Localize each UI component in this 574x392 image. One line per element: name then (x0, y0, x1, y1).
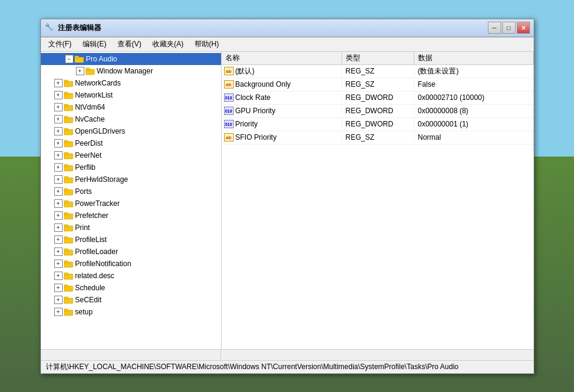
value-row[interactable]: ab(默认)REG_SZ(数值未设置) (222, 65, 534, 78)
value-type-cell: REG_SZ (342, 80, 414, 89)
tree-item-label: Pro Audio (86, 55, 117, 63)
tree-expand-icon[interactable]: + (54, 211, 63, 220)
folder-icon (64, 296, 73, 304)
tree-expand-icon[interactable]: + (54, 247, 63, 256)
menu-item[interactable]: 编辑(E) (78, 38, 111, 51)
tree-item[interactable]: +Prefetcher (41, 210, 221, 222)
tree-item[interactable]: +ProfileNotification (41, 258, 221, 270)
tree-item[interactable]: +NetworkList (41, 89, 221, 101)
tree-item[interactable]: +setup (41, 306, 221, 318)
tree-expand-icon[interactable]: + (54, 260, 63, 268)
tree-item[interactable]: +NtVdm64 (41, 101, 221, 113)
tree-expand-icon[interactable]: + (54, 127, 63, 135)
tree-expand-icon[interactable]: + (54, 199, 63, 208)
tree-item[interactable]: +ProfileLoader (41, 246, 221, 258)
tree-item-label: PowerTracker (75, 199, 120, 208)
value-name-cell: abBackground Only (222, 80, 342, 89)
tree-item-label: NetworkList (75, 91, 113, 99)
menu-item[interactable]: 文件(F) (43, 38, 76, 51)
values-pane[interactable]: 名称 类型 数据 ab(默认)REG_SZ(数值未设置)abBackground… (222, 52, 534, 349)
menu-item[interactable]: 收藏夹(A) (148, 38, 189, 51)
tree-item[interactable]: +Window Manager (41, 65, 221, 77)
folder-icon (64, 199, 73, 208)
tree-expand-icon[interactable]: + (54, 235, 63, 244)
folder-icon (64, 260, 73, 268)
tree-item[interactable]: +OpenGLDrivers (41, 125, 221, 137)
tree-item[interactable]: +SeCEdit (41, 294, 221, 306)
tree-expand-icon[interactable]: + (54, 296, 63, 304)
tree-expand-icon[interactable]: + (54, 175, 63, 184)
value-name-text: Background Only (236, 80, 291, 89)
maximize-button[interactable]: □ (502, 22, 516, 34)
minimize-button[interactable]: ─ (488, 22, 501, 34)
svg-rect-35 (64, 261, 68, 263)
value-name-cell: 010Priority (222, 120, 342, 128)
value-row[interactable]: 010GPU PriorityREG_DWORD0x00000008 (8) (222, 105, 534, 118)
ab-icon: ab (224, 133, 234, 142)
tree-item[interactable]: +Schedule (41, 282, 221, 294)
col-header-data[interactable]: 数据 (414, 52, 534, 64)
tree-expand-icon[interactable]: − (65, 55, 73, 63)
tree-pane[interactable]: −Pro Audio+Window Manager+NetworkCards+N… (41, 52, 222, 349)
value-name-text: Clock Rate (236, 93, 271, 102)
tree-expand-icon[interactable]: + (54, 272, 63, 280)
tree-item[interactable]: +PowerTracker (41, 198, 221, 210)
tree-item[interactable]: +Perflib (41, 161, 221, 173)
value-type-cell: REG_DWORD (342, 107, 414, 115)
svg-rect-19 (64, 164, 68, 167)
tree-expand-icon[interactable]: + (54, 79, 63, 87)
svg-rect-1 (75, 56, 79, 58)
tree-item[interactable]: +PeerNet (41, 149, 221, 161)
value-row[interactable]: 010PriorityREG_DWORD0x00000001 (1) (222, 118, 534, 131)
svg-rect-7 (64, 92, 68, 95)
svg-rect-17 (64, 152, 68, 155)
tree-expand-icon[interactable]: + (54, 115, 63, 123)
tree-expand-icon[interactable]: + (54, 308, 63, 316)
bottom-scrollbar (41, 349, 534, 360)
value-type-cell: REG_DWORD (342, 93, 414, 102)
tree-expand-icon[interactable]: + (54, 284, 63, 292)
svg-rect-13 (64, 128, 68, 131)
tree-item[interactable]: +NvCache (41, 113, 221, 125)
tree-expand-icon[interactable]: + (54, 187, 63, 196)
main-area: −Pro Audio+Window Manager+NetworkCards+N… (41, 52, 534, 349)
tree-expand-icon[interactable]: + (54, 163, 63, 172)
value-row[interactable]: 010Clock RateREG_DWORD0x00002710 (10000) (222, 92, 534, 105)
tree-expand-icon[interactable]: + (54, 223, 63, 232)
tree-expand-icon[interactable]: + (54, 91, 63, 99)
tree-item-label: NtVdm64 (75, 103, 105, 111)
folder-icon (64, 115, 73, 123)
menu-item[interactable]: 帮助(H) (190, 38, 224, 51)
col-header-type[interactable]: 类型 (342, 52, 414, 64)
col-header-name[interactable]: 名称 (222, 52, 342, 64)
folder-icon (64, 139, 73, 148)
tree-item[interactable]: −Pro Audio (41, 53, 221, 65)
value-type-cell: REG_SZ (342, 67, 414, 75)
value-row[interactable]: abBackground OnlyREG_SZFalse (222, 78, 534, 92)
tree-item[interactable]: +related.desc (41, 270, 221, 282)
value-row[interactable]: abSFIO PriorityREG_SZNormal (222, 131, 534, 145)
tree-item[interactable]: +NetworkCards (41, 77, 221, 89)
close-button[interactable]: ✕ (517, 22, 530, 34)
value-data-cell: Normal (414, 133, 534, 142)
title-bar: 🔧 注册表编辑器 ─ □ ✕ (41, 19, 534, 37)
status-bar: 计算机\HKEY_LOCAL_MACHINE\SOFTWARE\Microsof… (41, 360, 534, 373)
dword-icon: 010 (224, 107, 234, 115)
tree-item[interactable]: +PerHwIdStorage (41, 173, 221, 185)
value-name-text: (默认) (236, 66, 255, 76)
tree-expand-icon[interactable]: + (76, 67, 84, 75)
tree-horizontal-scroll[interactable] (41, 350, 221, 360)
tree-expand-icon[interactable]: + (54, 103, 63, 111)
folder-icon (86, 67, 95, 75)
tree-item[interactable]: +Print (41, 222, 221, 234)
folder-icon (64, 91, 73, 99)
tree-item[interactable]: +PeerDist (41, 137, 221, 149)
tree-item[interactable]: +Ports (41, 185, 221, 198)
tree-item[interactable]: +ProfileList (41, 234, 221, 246)
svg-rect-11 (64, 116, 68, 119)
values-horizontal-scroll[interactable] (221, 350, 534, 360)
menu-item[interactable]: 查看(V) (113, 38, 146, 51)
tree-expand-icon[interactable]: + (54, 139, 63, 148)
tree-expand-icon[interactable]: + (54, 151, 63, 160)
registry-editor-window: 🔧 注册表编辑器 ─ □ ✕ 文件(F)编辑(E)查看(V)收藏夹(A)帮助(H… (40, 19, 534, 374)
